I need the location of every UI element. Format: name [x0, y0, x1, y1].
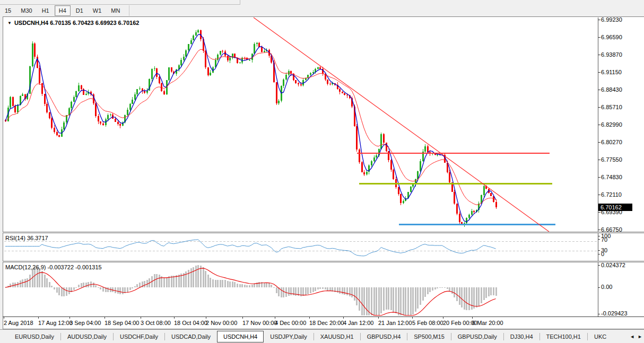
chart-tab-xauusd-h1[interactable]: XAUUSD,H1: [314, 331, 360, 342]
time-axis-label: 2 Aug 2018: [4, 320, 33, 326]
timeframe-button-mn[interactable]: MN: [107, 5, 124, 16]
macd-axis-label: -0.029423: [601, 310, 628, 316]
timeframe-toolbar: 15M30H1H4D1W1MN: [0, 5, 644, 16]
pane-separator[interactable]: [3, 232, 644, 233]
chart-tab-usdcnh-h4[interactable]: USDCNH,H4: [217, 331, 264, 342]
timeframe-button-15[interactable]: 15: [1, 5, 15, 16]
timeframe-button-h4[interactable]: H4: [55, 5, 71, 16]
chart-tab-gbpusd-h4[interactable]: GBPUSD,H4: [361, 331, 407, 342]
chart-window[interactable]: [3, 16, 644, 330]
chart-tab-gbpusd-daily[interactable]: GBPUSD,Daily: [451, 331, 503, 342]
chart-title-text: USDCNH,H4 6.70135 6.70423 6.69923 6.7016…: [14, 20, 139, 26]
price-axis-label: 6.80270: [601, 139, 622, 145]
time-axis-label: 6 Mar 20:00: [472, 320, 503, 326]
time-axis-label: 3 Oct 08:00: [141, 320, 171, 326]
timeframe-button-m30[interactable]: M30: [16, 5, 36, 16]
rsi-axis-label: 0: [601, 251, 604, 257]
chart-tab-usdjpy-daily[interactable]: USDJPY,Daily: [264, 331, 314, 342]
chart-tab-usdchf-daily[interactable]: USDCHF,Daily: [114, 331, 164, 342]
time-axis-label: 5 Feb 08:00: [412, 320, 443, 326]
timeframe-button-d1[interactable]: D1: [72, 5, 88, 16]
chart-title: ▼USDCNH,H4 6.70135 6.70423 6.69923 6.701…: [7, 20, 139, 26]
chart-tab-dj30-h4[interactable]: DJ30,H4: [504, 331, 539, 342]
macd-label: MACD(12,26,9) -0.003722 -0.001315: [5, 264, 102, 270]
time-axis-label: 18 Sep 04:00: [105, 320, 139, 326]
price-axis-label: 6.91150: [601, 69, 622, 75]
price-axis-label: 6.96590: [601, 34, 622, 40]
time-axis-label: 3 Sep 04:00: [69, 320, 101, 326]
price-axis-label: 6.82990: [601, 121, 622, 128]
macd-axis-label: 0.00: [601, 284, 612, 290]
tab-scroll-arrows: ◄ ►: [628, 330, 642, 343]
price-axis-label: 6.93870: [601, 51, 622, 58]
tabbar-items: EURUSD,DailyAUDUSD,DailyUSDCHF,DailyUSDC…: [0, 330, 629, 343]
rsi-label: RSI(14) 36.3717: [5, 235, 48, 241]
metatrader-window: 15M30H1H4D1W1MN ▼USDCNH,H4 6.70135 6.704…: [0, 0, 644, 343]
chart-tab-audusd-daily[interactable]: AUDUSD,Daily: [61, 331, 113, 342]
chart-tab-eurusd-daily[interactable]: EURUSD,Daily: [8, 331, 60, 342]
symbol-dropdown-icon: ▼: [7, 21, 12, 25]
time-axis-label: 18 Oct 04:00: [174, 320, 207, 326]
chart-tab-sp500-m15[interactable]: SP500,M15: [407, 331, 450, 342]
time-axis-label: 4 Dec 00:00: [275, 320, 306, 326]
macd-axis-label: 0.024372: [601, 262, 625, 268]
time-axis-label: 21 Jan 12:00: [378, 320, 412, 326]
tab-scroll-left-icon[interactable]: ◄: [630, 335, 634, 339]
price-axis-label: 6.99230: [601, 16, 622, 23]
chart-tab-ukc[interactable]: UKC: [588, 331, 613, 342]
price-axis-label: 6.72110: [601, 191, 622, 198]
chart-tabbar: EURUSD,DailyAUDUSD,DailyUSDCHF,DailyUSDC…: [0, 329, 644, 343]
time-axis-label: 17 Aug 12:00: [38, 320, 73, 326]
time-axis-label: 4 Jan 12:00: [343, 320, 374, 326]
price-axis-label: 6.88430: [601, 86, 622, 93]
time-axis-label: 2 Nov 00:00: [206, 320, 237, 326]
pane-separator[interactable]: [3, 261, 644, 262]
rsi-axis-label: 70: [601, 236, 607, 243]
time-scale-line: [3, 316, 644, 317]
time-axis-label: 17 Nov 00:00: [242, 320, 277, 326]
price-axis-label: 6.77550: [601, 156, 622, 163]
toolbar-remnant: [0, 0, 240, 5]
price-axis-label: 6.74830: [601, 174, 622, 180]
tab-scroll-right-icon[interactable]: ►: [638, 335, 642, 339]
toolbar-divider: [129, 5, 129, 16]
chart-tab-usdcad-daily[interactable]: USDCAD,Daily: [165, 331, 217, 342]
chart-tab-tech100-h1[interactable]: TECH100,H1: [540, 331, 587, 342]
timeframe-button-w1[interactable]: W1: [89, 5, 106, 16]
timeframe-button-h1[interactable]: H1: [38, 5, 54, 16]
price-axis-label: 6.85710: [601, 104, 622, 110]
time-axis-label: 18 Dec 20:00: [309, 320, 344, 326]
current-price-tag: 6.70162: [598, 204, 632, 211]
